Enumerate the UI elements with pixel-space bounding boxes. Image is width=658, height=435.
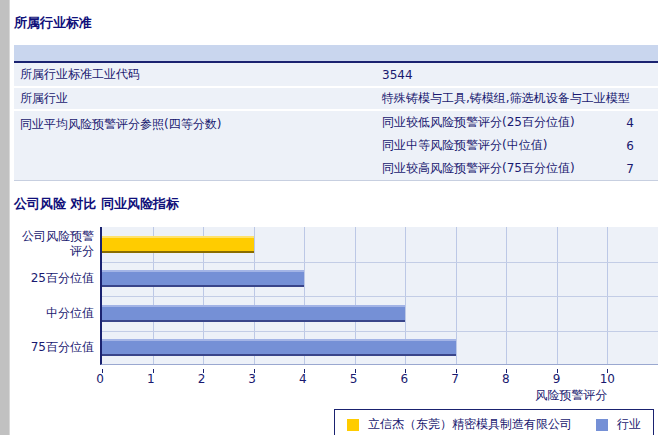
x-tick-label: 9	[553, 372, 561, 386]
band-separator	[102, 262, 658, 263]
row-value-industry: 特殊铸模与工具,铸模组,筛选机设备与工业模型	[382, 90, 658, 107]
row-label-peer-quartiles: 同业平均风险预警评分参照(四等分数)	[14, 111, 382, 133]
x-tick-label: 6	[401, 372, 409, 386]
report-content: 所属行业标准 所属行业标准工业代码 3544 所属行业 特殊铸模与工具,铸模组,…	[14, 0, 658, 435]
chart-bar	[102, 305, 405, 322]
chart-category-label: 25百分位值	[14, 262, 94, 297]
subrow-low-risk: 同业较低风险预警评分(25百分位值) 4	[382, 111, 658, 134]
row-label-sic-code: 所属行业标准工业代码	[14, 66, 382, 83]
chart-bar	[102, 339, 456, 356]
quartile-subrows: 同业较低风险预警评分(25百分位值) 4 同业中等风险预警评分(中位值) 6 同…	[382, 111, 658, 180]
section-title-industry-standard: 所属行业标准	[14, 14, 658, 32]
x-tick-label: 4	[299, 372, 307, 386]
industry-standard-table: 所属行业标准工业代码 3544 所属行业 特殊铸模与工具,铸模组,筛选机设备与工…	[14, 45, 658, 181]
x-tick-label: 1	[147, 372, 155, 386]
x-tick-label: 7	[451, 372, 459, 386]
left-gutter	[0, 0, 10, 435]
chart-bar	[102, 236, 254, 253]
x-tick-label: 2	[198, 372, 206, 386]
chart-legend: 立信杰（东莞）精密模具制造有限公司 行业	[334, 409, 654, 435]
table-header-band	[14, 45, 658, 63]
chart-category-labels: 公司风险预警评分25百分位值中分位值75百分位值	[14, 227, 100, 365]
table-row: 所属行业 特殊铸模与工具,铸模组,筛选机设备与工业模型	[14, 86, 658, 109]
x-tick-label: 8	[502, 372, 510, 386]
plot-area	[100, 227, 658, 365]
chart-category-label: 75百分位值	[14, 331, 94, 366]
row-label-industry: 所属行业	[14, 90, 382, 107]
subrow-value: 7	[612, 162, 658, 176]
x-tick-label: 3	[248, 372, 256, 386]
risk-comparison-chart: 公司风险预警评分25百分位值中分位值75百分位值 风险预警评分 01234567…	[14, 224, 658, 402]
chart-bar	[102, 270, 304, 287]
chart-category-label: 公司风险预警评分	[14, 227, 94, 262]
subrow-value: 4	[612, 116, 658, 130]
legend-swatch-industry	[596, 419, 608, 431]
legend-label-industry: 行业	[617, 416, 641, 433]
subrow-medium-risk: 同业中等风险预警评分(中位值) 6	[382, 134, 658, 157]
chart-category-label: 中分位值	[14, 296, 94, 331]
legend-label-company: 立信杰（东莞）精密模具制造有限公司	[368, 416, 572, 433]
row-value-sic-code: 3544	[382, 68, 658, 82]
table-row: 所属行业标准工业代码 3544	[14, 63, 658, 86]
table-row: 同业平均风险预警评分参照(四等分数) 同业较低风险预警评分(25百分位值) 4 …	[14, 109, 658, 181]
band-separator	[102, 331, 658, 332]
legend-row: 立信杰（东莞）精密模具制造有限公司 行业	[14, 409, 658, 435]
subrow-label: 同业较高风险预警评分(75百分位值)	[382, 160, 612, 177]
band-separator	[102, 296, 658, 297]
subrow-label: 同业较低风险预警评分(25百分位值)	[382, 114, 612, 131]
x-axis-label: 风险预警评分	[535, 387, 607, 404]
legend-swatch-company	[347, 419, 359, 431]
x-tick-label: 10	[600, 372, 615, 386]
subrow-high-risk: 同业较高风险预警评分(75百分位值) 7	[382, 157, 658, 180]
section-title-comparison: 公司风险 对比 同业风险指标	[14, 195, 658, 213]
subrow-value: 6	[612, 139, 658, 153]
x-tick-label: 0	[96, 372, 104, 386]
report-page: 所属行业标准 所属行业标准工业代码 3544 所属行业 特殊铸模与工具,铸模组,…	[0, 0, 658, 435]
subrow-label: 同业中等风险预警评分(中位值)	[382, 137, 612, 154]
x-tick-label: 5	[350, 372, 358, 386]
